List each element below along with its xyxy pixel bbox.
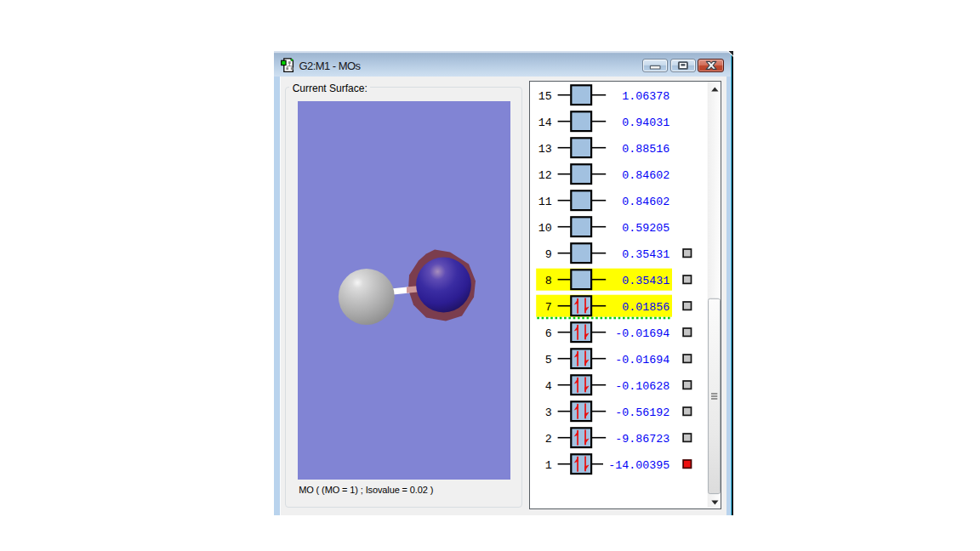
svg-text:6: 6 — [545, 327, 552, 339]
svg-text:13: 13 — [538, 142, 552, 155]
svg-text:-0.01694: -0.01694 — [615, 327, 669, 339]
svg-text:10: 10 — [538, 221, 552, 234]
svg-text:15: 15 — [538, 89, 552, 102]
svg-text:11: 11 — [538, 195, 552, 207]
svg-text:-0.01694: -0.01694 — [615, 353, 669, 366]
svg-text:-9.86723: -9.86723 — [615, 432, 669, 445]
svg-text:0.01856: 0.01856 — [622, 300, 669, 313]
svg-text:12: 12 — [538, 168, 552, 181]
svg-text:-0.56192: -0.56192 — [615, 406, 669, 418]
svg-text:2: 2 — [545, 432, 552, 445]
svg-text:5: 5 — [545, 353, 552, 366]
svg-text:3: 3 — [545, 406, 552, 418]
svg-text:7: 7 — [545, 300, 552, 313]
svg-text:0.35431: 0.35431 — [622, 247, 669, 260]
svg-text:0.84602: 0.84602 — [622, 195, 669, 207]
svg-text:8: 8 — [545, 274, 552, 287]
svg-text:0.59205: 0.59205 — [622, 221, 669, 234]
svg-text:0.35431: 0.35431 — [622, 274, 669, 287]
svg-text:14: 14 — [538, 116, 552, 128]
svg-text:0.84602: 0.84602 — [622, 168, 669, 181]
svg-text:1: 1 — [545, 458, 552, 471]
svg-text:0.88516: 0.88516 — [622, 142, 669, 155]
svg-text:4: 4 — [545, 379, 552, 392]
svg-text:1.06378: 1.06378 — [622, 89, 669, 102]
svg-text:-14.00395: -14.00395 — [608, 458, 669, 471]
svg-text:0.94031: 0.94031 — [622, 116, 669, 128]
svg-text:9: 9 — [545, 247, 552, 260]
svg-text:-0.10628: -0.10628 — [615, 379, 669, 392]
